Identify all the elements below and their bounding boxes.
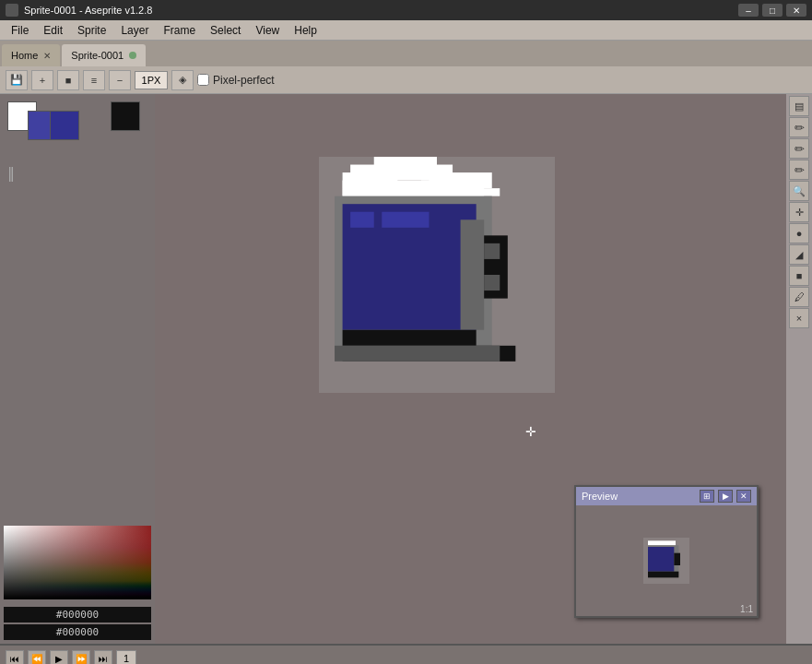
svg-rect-17	[343, 330, 477, 346]
sprite-canvas[interactable]	[319, 157, 555, 393]
pixel-perfect-text: Pixel-perfect	[213, 74, 275, 87]
preview-window: Preview ⊞ ▶ ✕ 1:1	[574, 485, 759, 618]
color-picker[interactable]	[4, 526, 151, 599]
tl-last-frame[interactable]: ⏭	[94, 650, 112, 664]
palette-indicator: ‖	[4, 162, 151, 184]
rtool-shade[interactable]: ◢	[789, 244, 809, 265]
close-button[interactable]: ✕	[786, 4, 806, 17]
menu-item-view[interactable]: View	[248, 22, 287, 39]
menu-bar: FileEditSpriteLayerFrameSelectViewHelp	[0, 20, 812, 41]
main-layout: ‖ #000000 #000000	[0, 94, 812, 644]
background-color-hex[interactable]: #000000	[4, 624, 151, 640]
svg-rect-25	[648, 572, 678, 578]
preview-expand-button[interactable]: ⊞	[700, 490, 714, 503]
new-button[interactable]: +	[31, 70, 53, 90]
svg-rect-21	[648, 540, 676, 545]
svg-rect-24	[674, 553, 680, 565]
rtool-rect[interactable]: ■	[789, 266, 809, 286]
timeline-controls: ⏮ ⏪ ▶ ⏩ ⏭ 1	[0, 646, 812, 664]
tab-home-label: Home	[11, 50, 38, 61]
app-icon	[6, 4, 18, 17]
save-button[interactable]: 💾	[6, 70, 28, 90]
minimize-button[interactable]: –	[738, 4, 759, 17]
svg-rect-14	[484, 243, 500, 259]
tl-next-frame[interactable]: ⏩	[72, 650, 90, 664]
svg-rect-11	[350, 212, 374, 228]
brush-shape-button[interactable]: ◈	[171, 70, 194, 90]
preview-title-bar: Preview ⊞ ▶ ✕	[576, 487, 757, 505]
menu-item-sprite[interactable]: Sprite	[70, 22, 113, 39]
foreground-color-hex[interactable]: #000000	[4, 607, 151, 622]
color-swatches	[0, 94, 155, 159]
rtool-erase[interactable]: ×	[789, 308, 809, 328]
svg-rect-16	[461, 219, 485, 329]
palette-area: ‖	[0, 159, 155, 522]
color-picker-gradient-dark	[4, 526, 151, 599]
svg-rect-23	[648, 547, 674, 572]
menu-item-frame[interactable]: Frame	[156, 22, 203, 39]
timeline: ⏮ ⏪ ▶ ⏩ ⏭ 1 👁 🔒 ⛓ □ Layer 1	[0, 644, 812, 664]
preview-title-text: Preview	[582, 491, 696, 502]
menu-item-edit[interactable]: Edit	[36, 22, 70, 39]
tab-sprite-label: Sprite-0001	[71, 50, 124, 61]
preview-sprite-thumb	[643, 538, 689, 584]
svg-rect-8	[343, 188, 500, 196]
tab-sprite[interactable]: Sprite-0001	[62, 44, 146, 66]
tab-home-close[interactable]: ✕	[43, 51, 51, 61]
rtool-select[interactable]: ▤	[789, 96, 809, 116]
maximize-button[interactable]: □	[762, 4, 783, 17]
svg-rect-15	[484, 275, 500, 290]
brush-minus-button[interactable]: −	[109, 70, 131, 90]
menu-button[interactable]: ≡	[83, 70, 105, 90]
canvas-area[interactable]: ✛ Preview ⊞ ▶ ✕ 1:1	[155, 94, 786, 644]
tl-prev-frame[interactable]: ⏪	[28, 650, 46, 664]
tl-first-frame[interactable]: ⏮	[6, 650, 24, 664]
preview-close-button[interactable]: ✕	[736, 490, 751, 503]
tab-sprite-modified-dot	[129, 52, 136, 59]
rtool-pencil1[interactable]: ✏	[789, 117, 809, 137]
svg-rect-19	[335, 346, 500, 362]
menu-item-help[interactable]: Help	[287, 22, 324, 39]
bottom-colors: #000000 #000000	[0, 603, 155, 644]
menu-item-select[interactable]: Select	[203, 22, 248, 39]
preview-ratio-text: 1:1	[740, 604, 753, 614]
stop-button[interactable]: ■	[57, 70, 79, 90]
timeline-frame-number: 1	[116, 650, 136, 664]
rtool-move[interactable]: ✛	[789, 202, 809, 222]
tab-bar: Home ✕ Sprite-0001	[0, 41, 812, 66]
toolbar: 💾 + ■ ≡ − ◈ Pixel-perfect	[0, 66, 812, 94]
menu-item-layer[interactable]: Layer	[113, 22, 156, 39]
svg-rect-12	[382, 212, 429, 228]
crosshair-cursor: ✛	[525, 424, 536, 439]
swatch-dark-blue[interactable]	[50, 111, 79, 140]
brush-size-input[interactable]	[135, 71, 168, 89]
rtool-zoom[interactable]: 🔍	[789, 181, 809, 201]
rtool-fill[interactable]: ●	[789, 223, 809, 243]
rtool-paint[interactable]: 🖊	[789, 287, 809, 307]
right-tools-panel: ▤ ✏ ✏ ✏ 🔍 ✛ ● ◢ ■ 🖊 ×	[786, 94, 812, 644]
tab-home[interactable]: Home ✕	[2, 44, 60, 66]
pixel-perfect-label: Pixel-perfect	[197, 74, 275, 87]
menu-item-file[interactable]: File	[4, 22, 36, 39]
preview-play-button[interactable]: ▶	[718, 490, 733, 503]
tl-play[interactable]: ▶	[50, 650, 68, 664]
window-controls: – □ ✕	[738, 4, 806, 17]
title-text: Sprite-0001 - Aseprite v1.2.8	[24, 5, 738, 16]
rtool-pencil3[interactable]: ✏	[789, 160, 809, 180]
title-bar: Sprite-0001 - Aseprite v1.2.8 – □ ✕	[0, 0, 812, 20]
rtool-pencil2[interactable]: ✏	[789, 138, 809, 159]
left-panel: ‖ #000000 #000000	[0, 94, 155, 644]
preview-content: 1:1	[576, 505, 757, 616]
pixel-perfect-checkbox[interactable]	[197, 74, 209, 86]
swatch-black[interactable]	[111, 101, 140, 131]
